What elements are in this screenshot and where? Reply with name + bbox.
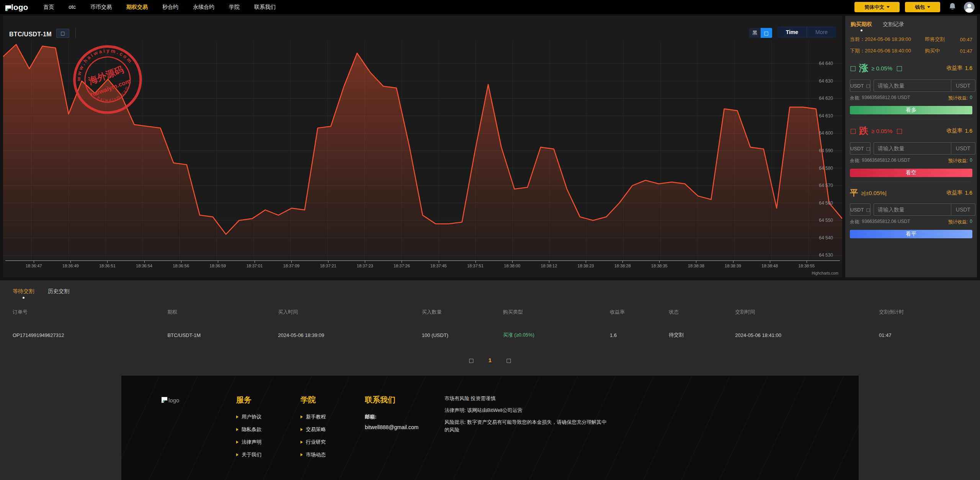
- y-axis-label: 64 540: [819, 235, 833, 241]
- tab-settle-records[interactable]: 交割记录: [883, 21, 904, 31]
- up-arrow-icon: □: [850, 64, 856, 72]
- col-buy-time: 买入时间: [278, 309, 422, 316]
- x-axis-tick: [622, 260, 623, 263]
- nav-item-otc[interactable]: otc: [69, 4, 76, 11]
- flat-name: 平: [850, 187, 858, 198]
- flat-currency-select[interactable]: USDT □: [850, 203, 871, 216]
- nav-item-home[interactable]: 首页: [43, 4, 54, 11]
- flat-condition: ≥|±0.05%|: [861, 190, 887, 196]
- footer-column-academy: 学院 新手教程 交易策略 行业研究 市场动态: [301, 395, 365, 480]
- chart-header: BTC/USDT-1M □ 黑 □ Time More: [3, 16, 842, 41]
- x-axis-tick: [255, 260, 255, 263]
- col-amount: 买入数量: [422, 309, 503, 316]
- logo[interactable]: logo: [5, 3, 28, 12]
- x-axis-label: 18:38:35: [651, 264, 668, 268]
- up-amount-input[interactable]: [874, 83, 951, 89]
- cell-countdown: 01:47: [879, 332, 967, 338]
- arrow-right-icon: [236, 415, 238, 418]
- link-privacy[interactable]: 隐私条款: [236, 426, 301, 433]
- arrow-right-icon: [236, 428, 238, 431]
- nav-item-spot[interactable]: 币币交易: [90, 4, 112, 11]
- theme-dark-button[interactable]: 黑: [749, 28, 761, 38]
- flat-rate-label: 收益率: [947, 189, 963, 196]
- bell-icon[interactable]: [949, 2, 956, 12]
- link-trading-strategy[interactable]: 交易策略: [301, 426, 365, 433]
- theme-light-button[interactable]: □: [761, 28, 772, 38]
- cell-buy-type: 买涨 (≥0.05%): [503, 332, 610, 338]
- down-amount-input[interactable]: [874, 145, 951, 151]
- x-axis-label: 18:36:54: [136, 264, 152, 268]
- nav-item-perpetual[interactable]: 永续合约: [193, 4, 214, 11]
- flat-est-profit-value: 0: [970, 219, 972, 225]
- arrow-right-icon: [236, 453, 238, 456]
- tab-more[interactable]: More: [807, 26, 836, 38]
- x-axis-tick: [512, 260, 513, 263]
- flat-amount-input[interactable]: [874, 207, 951, 213]
- broken-image-icon: [162, 397, 167, 403]
- footer: logo 服务 用户协议 隐私条款 法律声明 关于我们 学院 新手教程 交易策略…: [121, 376, 859, 480]
- disclaimer-risk-warning: 市场有风险 投资需谨慎: [444, 395, 609, 402]
- x-axis-tick: [70, 260, 71, 263]
- y-axis-label: 64 550: [819, 218, 833, 223]
- down-currency-value: USDT: [850, 146, 864, 151]
- col-order-no: 订单号: [13, 309, 167, 316]
- link-about[interactable]: 关于我们: [236, 451, 301, 458]
- trade-panel-tabs: 购买期权 交割记录: [850, 16, 972, 34]
- price-chart[interactable]: w w w . h a i w a i y m . c o m 海外源码 hai…: [3, 41, 842, 260]
- tab-buy-option[interactable]: 购买期权: [851, 21, 872, 31]
- email-value[interactable]: bitwell888@gmail.com: [365, 424, 438, 430]
- buy-flat-button[interactable]: 看平: [850, 230, 972, 238]
- nav-item-options[interactable]: 期权交易: [126, 4, 148, 11]
- nav-item-contact[interactable]: 联系我们: [254, 4, 276, 11]
- highcharts-credit[interactable]: Highcharts.com: [3, 271, 842, 277]
- y-axis-label: 64 590: [819, 148, 833, 153]
- page-number[interactable]: 1: [488, 357, 492, 363]
- up-rate-label: 收益率: [947, 65, 963, 72]
- buy-down-button[interactable]: 看空: [850, 169, 972, 177]
- footer-column-services: 服务 用户协议 隐私条款 法律声明 关于我们: [236, 395, 301, 480]
- wallet-button[interactable]: 钱包: [905, 2, 940, 12]
- next-page-icon[interactable]: □: [506, 357, 511, 363]
- y-axis-label: 64 600: [819, 130, 833, 136]
- x-axis-tick: [659, 260, 660, 263]
- buy-up-button[interactable]: 看多: [850, 106, 972, 114]
- x-axis-label: 18:37:01: [246, 264, 263, 268]
- tab-history-settlement[interactable]: 历史交割: [48, 288, 69, 299]
- up-currency-value: USDT: [850, 83, 864, 89]
- up-balance-value: 93663585812.06 USDT: [862, 95, 910, 101]
- x-axis-tick: [696, 260, 696, 263]
- up-currency-select[interactable]: USDT □: [850, 80, 871, 92]
- x-axis-tick: [770, 260, 770, 263]
- prev-page-icon[interactable]: □: [469, 357, 474, 363]
- tab-time[interactable]: Time: [777, 26, 807, 38]
- x-axis-tick: [291, 260, 292, 263]
- down-currency-select[interactable]: USDT □: [850, 142, 871, 155]
- language-button[interactable]: 简体中文: [854, 2, 900, 12]
- tab-pending-settlement[interactable]: 等待交割: [13, 288, 34, 299]
- user-avatar[interactable]: [964, 2, 975, 13]
- nav-item-academy[interactable]: 学院: [229, 4, 240, 11]
- link-beginner-tutorial[interactable]: 新手教程: [301, 413, 365, 420]
- down-est-profit-value: 0: [970, 158, 972, 164]
- logo-text: logo: [11, 3, 28, 12]
- link-market-news[interactable]: 市场动态: [301, 451, 365, 458]
- y-axis-label: 64 560: [819, 200, 833, 206]
- symbol-dropdown-button[interactable]: □: [56, 29, 69, 38]
- theme-toggle: 黑 □: [749, 28, 772, 38]
- arrow-right-icon: [301, 453, 303, 456]
- top-nav: logo 首页 otc 币币交易 期权交易 秒合约 永续合约 学院 联系我们 简…: [0, 0, 980, 14]
- link-legal[interactable]: 法律声明: [236, 439, 301, 446]
- link-industry-research[interactable]: 行业研究: [301, 439, 365, 446]
- x-axis-label: 18:38:38: [688, 264, 704, 268]
- nav-item-seconds[interactable]: 秒合约: [162, 4, 178, 11]
- link-user-agreement[interactable]: 用户协议: [236, 413, 301, 420]
- chevron-down-icon: □: [866, 146, 870, 151]
- current-countdown: 00:47: [960, 37, 972, 42]
- cell-buy-time: 2024-05-06 18:39:09: [278, 332, 422, 338]
- x-axis-label: 18:37:09: [283, 264, 300, 268]
- footer-academy-title: 学院: [301, 395, 365, 405]
- divider: [75, 28, 76, 38]
- down-arrow-icon: □: [850, 127, 856, 135]
- x-axis-tick: [549, 260, 549, 263]
- table-row: OP1714991949627312 BTC/USDT-1M 2024-05-0…: [6, 323, 974, 347]
